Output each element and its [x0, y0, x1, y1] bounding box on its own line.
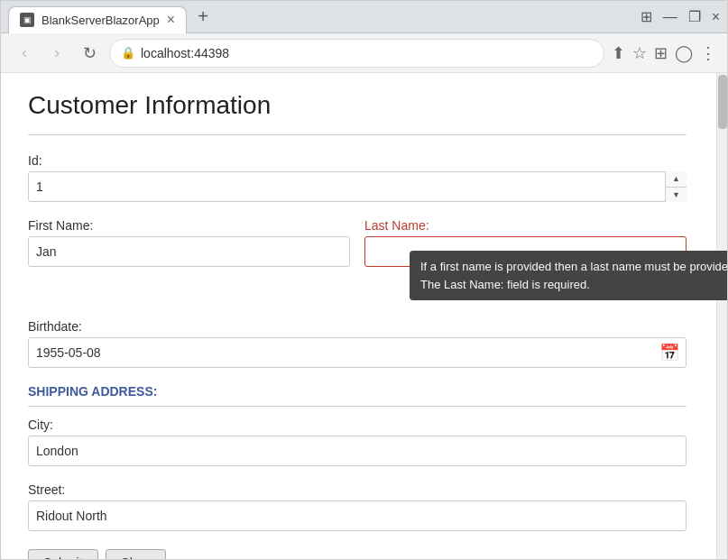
- shipping-section: SHIPPING ADDRESS: City: Street:: [28, 384, 687, 531]
- shipping-header: SHIPPING ADDRESS:: [28, 384, 687, 407]
- extensions-icon[interactable]: ⊞: [654, 43, 668, 63]
- submit-button[interactable]: Submit: [28, 549, 98, 559]
- city-field-group: City:: [28, 418, 687, 466]
- lock-icon: 🔒: [121, 46, 135, 60]
- street-label: Street:: [28, 482, 687, 497]
- bookmark-icon[interactable]: ☆: [632, 43, 647, 63]
- url-text: localhost:44398: [141, 46, 593, 60]
- last-name-field-group: Last Name: If a first name is provided t…: [364, 218, 687, 267]
- last-name-label: Last Name:: [364, 218, 687, 233]
- back-button[interactable]: ‹: [12, 41, 37, 66]
- id-field-group: Id: ▲ ▼: [28, 153, 687, 202]
- browser-tab[interactable]: ▣ BlankServerBlazorApp ×: [8, 6, 187, 33]
- window-controls: ⊞ — ❐ ×: [640, 8, 720, 25]
- address-bar-actions: ⬆ ☆ ⊞ ◯ ⋮: [612, 43, 716, 63]
- name-fields-row: First Name: Last Name: If a first name i…: [28, 218, 687, 283]
- tab-favicon: ▣: [20, 13, 34, 27]
- profile-icon[interactable]: ◯: [675, 43, 693, 63]
- content-area: Customer Information Id: ▲ ▼ First Name:: [1, 73, 714, 559]
- tooltip-line2: The Last Name: field is required.: [420, 278, 590, 291]
- grid-icon[interactable]: ⊞: [640, 8, 652, 25]
- title-divider: [28, 134, 687, 135]
- id-spinner-up[interactable]: ▲: [666, 171, 687, 188]
- validation-tooltip: If a first name is provided then a last …: [410, 251, 727, 300]
- address-bar: ‹ › ↻ 🔒 localhost:44398 ⬆ ☆ ⊞ ◯ ⋮: [1, 33, 727, 73]
- birthdate-field-group: Birthdate: 📅: [28, 319, 687, 368]
- tab-title: BlankServerBlazorApp: [41, 14, 160, 27]
- restore-button[interactable]: ❐: [688, 8, 701, 25]
- new-tab-button[interactable]: +: [190, 5, 216, 30]
- scrollbar[interactable]: [716, 73, 727, 559]
- id-input[interactable]: [28, 171, 687, 202]
- birthdate-label: Birthdate:: [28, 319, 687, 334]
- close-button[interactable]: ×: [712, 9, 720, 25]
- button-row: Submit Clear: [28, 549, 687, 559]
- id-spinners: ▲ ▼: [665, 171, 687, 202]
- browser-window: ▣ BlankServerBlazorApp × + ⊞ — ❐ × ‹ › ↻…: [0, 0, 728, 560]
- clear-button[interactable]: Clear: [106, 549, 166, 559]
- page-content: Customer Information Id: ▲ ▼ First Name:: [1, 73, 727, 559]
- birthdate-input[interactable]: [28, 337, 687, 368]
- birthdate-input-wrapper: 📅: [28, 337, 687, 368]
- city-input[interactable]: [28, 436, 687, 466]
- tooltip-line1: If a first name is provided then a last …: [420, 260, 727, 273]
- first-name-field-group: First Name:: [28, 218, 350, 267]
- forward-button[interactable]: ›: [44, 41, 69, 66]
- scrollbar-thumb[interactable]: [718, 75, 727, 129]
- menu-icon[interactable]: ⋮: [700, 43, 716, 63]
- id-label: Id:: [28, 153, 687, 168]
- page-title: Customer Information: [28, 91, 687, 120]
- id-spinner-down[interactable]: ▼: [666, 188, 687, 203]
- street-field-group: Street:: [28, 482, 687, 531]
- title-bar: ▣ BlankServerBlazorApp × + ⊞ — ❐ ×: [1, 1, 727, 33]
- first-name-label: First Name:: [28, 218, 350, 233]
- reload-button[interactable]: ↻: [77, 41, 102, 66]
- tab-close-button[interactable]: ×: [167, 13, 175, 27]
- minimize-button[interactable]: —: [663, 9, 677, 25]
- url-bar[interactable]: 🔒 localhost:44398: [109, 39, 604, 68]
- city-label: City:: [28, 418, 687, 432]
- share-icon[interactable]: ⬆: [612, 43, 625, 63]
- id-input-wrapper: ▲ ▼: [28, 171, 687, 202]
- first-name-input[interactable]: [28, 236, 350, 267]
- street-input[interactable]: [28, 500, 687, 531]
- calendar-icon[interactable]: 📅: [659, 343, 679, 363]
